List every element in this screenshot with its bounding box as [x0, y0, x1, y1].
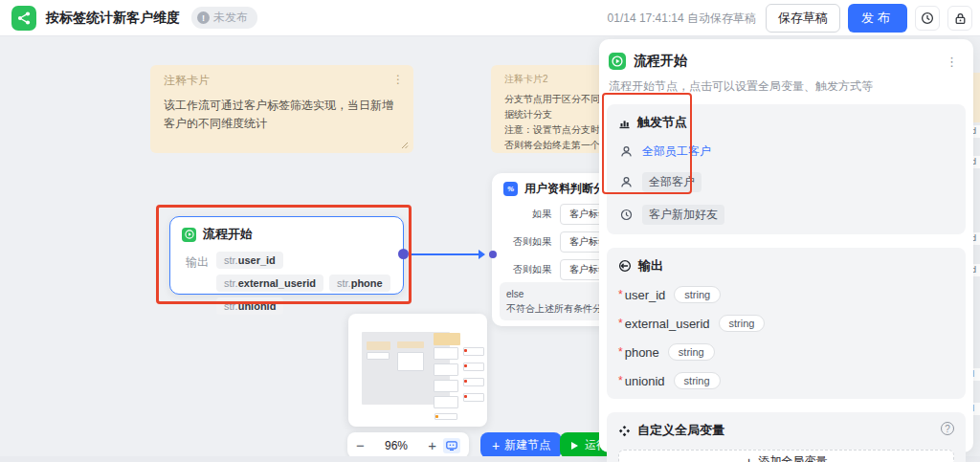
trigger-link[interactable]: 全部员工客户 — [642, 143, 711, 160]
inspector-panel: 流程开始 ⋮ 流程开始节点，点击可以设置全局变量、触发方式等 触发节点 全部员工… — [599, 39, 973, 452]
autosave-timestamp: 01/14 17:41:14 自动保存草稿 — [608, 11, 756, 27]
output-pill: str.user_id — [216, 252, 283, 269]
note-card-1[interactable]: 注释卡片 ⋮ 该工作流可通过客户标签筛选实现，当日新增客户的不同维度统计 — [150, 65, 413, 153]
connection-port-in[interactable] — [489, 251, 497, 258]
lock-button[interactable] — [947, 6, 972, 31]
edge-arrowhead-icon — [479, 250, 485, 259]
clock-icon — [620, 209, 633, 221]
monitor-icon — [446, 441, 457, 451]
status-badge: ! 未发布 — [191, 7, 257, 29]
trigger-section: 触发节点 全部员工客户 全部客户 客户新加好友 — [607, 104, 966, 234]
type-chip: string — [719, 315, 766, 332]
zoom-out-button[interactable]: − — [356, 438, 365, 452]
custom-vars-section: 自定义全局变量 ? + 添加全局变量 — [607, 412, 966, 462]
save-draft-button[interactable]: 保存草稿 — [766, 4, 840, 33]
topbar: 按标签统计新客户维度 ! 未发布 01/14 17:41:14 自动保存草稿 保… — [0, 0, 980, 36]
trigger-section-title: 触发节点 — [637, 114, 687, 131]
output-pill: str.phone — [329, 275, 390, 292]
trigger-tag[interactable]: 全部客户 — [642, 172, 702, 192]
output-pill: str.external_userid — [216, 275, 323, 292]
zoom-level: 96% — [365, 439, 428, 452]
required-mark: * — [618, 374, 623, 387]
connection-port-out[interactable] — [398, 249, 409, 259]
play-icon — [571, 442, 578, 450]
play-circle-icon — [609, 53, 626, 70]
clock-icon — [921, 11, 934, 25]
panel-menu-icon[interactable]: ⋮ — [942, 55, 962, 69]
output-field: * unionid string — [618, 372, 954, 389]
output-pill: str.unionid — [216, 297, 283, 315]
status-badge-label: 未发布 — [213, 10, 248, 26]
required-mark: * — [618, 288, 623, 301]
output-label: 输出 — [186, 254, 209, 315]
type-chip: string — [674, 286, 721, 303]
workflow-title: 按标签统计新客户维度 — [46, 10, 180, 27]
person-icon — [620, 176, 633, 188]
output-field: * phone string — [618, 343, 954, 361]
output-section-title: 输出 — [638, 257, 663, 275]
panel-subtitle: 流程开始节点，点击可以设置全局变量、触发方式等 — [607, 70, 966, 104]
clipped-note-card — [972, 73, 980, 122]
zoom-toolbar: − 96% + — [347, 432, 469, 458]
note-menu-icon[interactable]: ⋮ — [392, 73, 404, 86]
trigger-item: 全部客户 — [618, 172, 954, 192]
output-arrow-icon — [618, 259, 632, 273]
history-button[interactable] — [915, 6, 940, 31]
minimap[interactable] — [348, 314, 487, 427]
warning-icon: ! — [197, 11, 210, 24]
branch-percent-icon: % — [503, 182, 518, 196]
required-mark: * — [618, 317, 623, 330]
trigger-item: 客户新加好友 — [618, 205, 954, 225]
diamonds-icon — [618, 425, 631, 437]
play-circle-icon — [182, 228, 196, 242]
node-flow-start[interactable]: 流程开始 输出 str.user_id str.external_userid … — [169, 216, 404, 295]
publish-button[interactable]: 发布 — [848, 4, 907, 33]
note-card-body: 该工作流可通过客户标签筛选实现，当日新增客户的不同维度统计 — [164, 97, 400, 132]
resize-handle-icon[interactable] — [400, 141, 409, 149]
type-chip: string — [668, 343, 715, 361]
flow-share-icon — [16, 11, 32, 26]
person-icon — [620, 145, 633, 158]
type-chip: string — [674, 372, 721, 389]
panel-title: 流程开始 — [634, 53, 934, 70]
trigger-tag[interactable]: 客户新加好友 — [642, 205, 724, 225]
trigger-item: 全部员工客户 — [618, 143, 954, 160]
edge-connector — [409, 253, 479, 255]
node-title: 流程开始 — [203, 226, 253, 243]
output-section: 输出 * user_id string * external_userid st… — [607, 248, 966, 399]
output-field: * external_userid string — [618, 315, 954, 332]
plus-icon: + — [492, 438, 500, 453]
required-mark: * — [618, 345, 623, 359]
zoom-in-button[interactable]: + — [428, 438, 436, 452]
lock-icon — [954, 12, 967, 25]
note-card-title: 注释卡片 — [164, 73, 400, 89]
chart-bars-icon — [618, 117, 631, 129]
output-field: * user_id string — [618, 286, 954, 303]
plus-icon: + — [745, 454, 752, 462]
add-global-var-button[interactable]: + 添加全局变量 — [618, 450, 954, 462]
app-logo-icon[interactable] — [11, 6, 36, 31]
new-node-button[interactable]: + 新建节点 — [480, 432, 562, 458]
help-icon[interactable]: ? — [941, 422, 954, 435]
minimap-toggle-button[interactable] — [443, 438, 460, 453]
custom-vars-title: 自定义全局变量 — [637, 422, 724, 439]
